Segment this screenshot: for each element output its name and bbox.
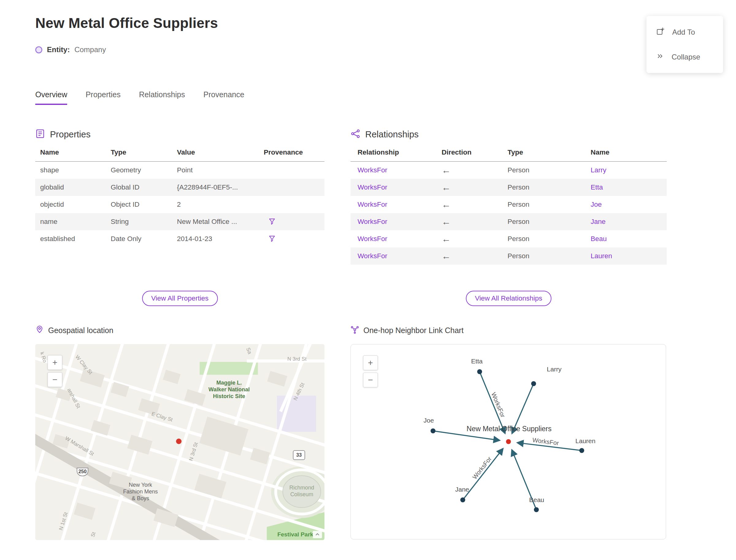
property-value: {A228944F-0EF5-...: [172, 179, 259, 196]
property-name: shape: [35, 162, 106, 179]
related-entity-link[interactable]: Lauren: [591, 252, 612, 260]
related-entity-link[interactable]: Joe: [591, 201, 602, 208]
column-header-relationship: Relationship: [351, 148, 435, 162]
tab-overview[interactable]: Overview: [35, 90, 67, 105]
related-entity-type: Person: [500, 247, 584, 265]
link-chart-node[interactable]: [579, 448, 584, 453]
route-shield-33: 33: [293, 451, 305, 460]
geospatial-section: Geospatial location: [35, 325, 324, 540]
link-chart-canvas[interactable]: WorksForWorksForWorksFor EttaLarryJoeLau…: [351, 344, 666, 539]
properties-header-row: Name Type Value Provenance: [35, 148, 324, 162]
link-chart-center-node[interactable]: [506, 439, 511, 444]
street-label-n-3rd-st-top: N 3rd St: [287, 356, 307, 362]
column-header-type: Type: [106, 148, 172, 162]
link-chart-section: One-hop Neighbor Link Chart WorksForWork…: [351, 325, 666, 540]
link-chart-node[interactable]: [534, 507, 539, 512]
direction-arrow: ←: [435, 162, 500, 179]
property-name: name: [35, 213, 106, 230]
related-entity-link[interactable]: Etta: [591, 183, 603, 191]
related-entity-link[interactable]: Beau: [591, 235, 607, 243]
map-zoom-out-button[interactable]: −: [48, 372, 62, 387]
property-value: Point: [172, 162, 259, 179]
map-canvas[interactable]: k Ro W Clay St Sa N 3rd St N 4th St arsh…: [35, 344, 324, 540]
property-name: established: [35, 230, 106, 247]
overview-bottom-sections: Geospatial location: [35, 325, 666, 540]
related-entity-type: Person: [500, 196, 584, 213]
link-chart-node[interactable]: [531, 381, 536, 386]
property-value: 2014-01-23: [172, 230, 259, 247]
related-entity-link[interactable]: Jane: [591, 218, 606, 225]
relationship-type-link[interactable]: WorksFor: [358, 235, 387, 243]
link-chart-zoom-in-button[interactable]: +: [363, 355, 378, 370]
collapse-button[interactable]: Collapse: [646, 45, 723, 69]
page-title: New Metal Office Suppliers: [35, 15, 218, 31]
link-chart-zoom-out-button[interactable]: −: [363, 373, 378, 387]
property-provenance-cell: [259, 196, 324, 213]
node-label: Joe: [424, 417, 434, 424]
link-chart-icon: [351, 325, 359, 336]
direction-arrow: ←: [435, 247, 500, 265]
node-label: Beau: [529, 496, 544, 503]
map-zoom-in-button[interactable]: +: [48, 355, 62, 370]
relationship-type-link[interactable]: WorksFor: [358, 252, 387, 260]
related-entity-link[interactable]: Larry: [591, 166, 606, 174]
provenance-funnel-icon[interactable]: [268, 218, 276, 226]
entity-row: Entity: Company: [35, 45, 106, 54]
double-chevron-right-icon: [656, 52, 664, 62]
poi-ny-fashion-line2: Fashion Mens: [123, 489, 158, 495]
property-name: globalid: [35, 179, 106, 196]
link-chart-node[interactable]: [460, 497, 465, 502]
link-chart-node[interactable]: [431, 428, 435, 433]
geospatial-section-title: Geospatial location: [48, 326, 113, 335]
direction-arrow: ←: [435, 230, 500, 247]
tab-properties[interactable]: Properties: [86, 90, 121, 105]
link-chart[interactable]: WorksForWorksForWorksFor EttaLarryJoeLau…: [351, 344, 666, 539]
property-provenance-cell: [259, 179, 324, 196]
property-type: Geometry: [106, 162, 172, 179]
add-to-icon: [656, 27, 665, 37]
relationship-row: WorksFor ← Person Joe: [351, 196, 667, 213]
map[interactable]: k Ro W Clay St Sa N 3rd St N 4th St arsh…: [35, 344, 324, 540]
node-label: Etta: [471, 358, 483, 365]
provenance-funnel-icon[interactable]: [268, 235, 276, 243]
column-header-name: Name: [584, 148, 667, 162]
entity-details-page: Add To Collapse New Metal Office Supplie…: [0, 0, 736, 560]
column-header-name: Name: [35, 148, 106, 162]
map-pin-icon: [35, 325, 44, 336]
relationship-type-link[interactable]: WorksFor: [358, 183, 387, 191]
relationship-row: WorksFor ← Person Etta: [351, 179, 667, 196]
entity-label: Entity:: [47, 45, 70, 54]
view-all-properties-button[interactable]: View All Properties: [142, 291, 218, 306]
tab-relationships[interactable]: Relationships: [139, 90, 185, 105]
link-chart-nodes: [431, 369, 584, 512]
poi-ny-fashion-line3: & Boys: [132, 495, 149, 501]
relationships-section-title: Relationships: [365, 129, 419, 140]
view-all-relationships-button[interactable]: View All Relationships: [466, 291, 552, 306]
route-shield-250: 250: [77, 468, 88, 476]
tab-provenance[interactable]: Provenance: [203, 90, 244, 105]
relationship-row: WorksFor ← Person Larry: [351, 162, 667, 179]
add-to-button[interactable]: Add To: [646, 20, 723, 45]
relationship-type-link[interactable]: WorksFor: [358, 218, 387, 225]
entity-type-value: Company: [75, 45, 106, 54]
poi-maggie-walker-line1: Maggie L.: [216, 380, 242, 386]
poi-coliseum-line2: Coliseum: [290, 491, 313, 497]
relationship-row: WorksFor ← Person Lauren: [351, 247, 667, 265]
property-type: String: [106, 213, 172, 230]
property-type: Date Only: [106, 230, 172, 247]
properties-icon: [35, 129, 45, 140]
link-chart-node[interactable]: [477, 369, 482, 374]
property-row: objectid Object ID 2: [35, 196, 324, 213]
related-entity-type: Person: [500, 162, 584, 179]
property-row: shape Geometry Point: [35, 162, 324, 179]
relationship-type-link[interactable]: WorksFor: [358, 201, 387, 208]
relationships-table: Relationship Direction Type Name WorksFo…: [351, 148, 667, 265]
relationship-type-link[interactable]: WorksFor: [358, 166, 387, 174]
map-attribution-toggle[interactable]: [313, 531, 322, 538]
svg-text:33: 33: [296, 452, 302, 458]
properties-section-title: Properties: [50, 129, 90, 140]
entity-type-icon: [35, 46, 42, 53]
poi-coliseum-line1: Richmond: [289, 485, 314, 491]
poi-ny-fashion-line1: New York: [129, 482, 152, 488]
relationship-row: WorksFor ← Person Beau: [351, 230, 667, 247]
